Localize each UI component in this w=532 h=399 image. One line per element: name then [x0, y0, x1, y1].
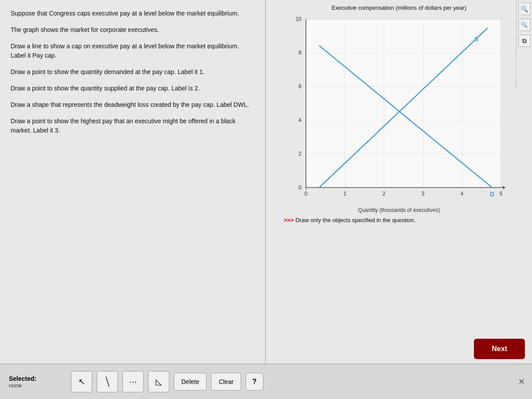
- instruction-4: Draw a shape that represents the deadwei…: [11, 100, 254, 110]
- help-button[interactable]: ?: [246, 373, 263, 391]
- svg-text:4: 4: [298, 117, 301, 123]
- svg-text:10: 10: [296, 16, 302, 22]
- instruction-text: Draw only the objects specified in the q…: [295, 217, 415, 223]
- svg-text:0: 0: [298, 184, 301, 191]
- line-icon: ╱: [102, 376, 112, 387]
- intro-text: Suppose that Congress caps executive pay…: [11, 9, 254, 18]
- svg-text:0: 0: [305, 191, 308, 197]
- sidebar-icons: 🔍 🔍 ⧉: [516, 0, 532, 89]
- svg-text:6: 6: [298, 83, 301, 90]
- clear-button[interactable]: Clear: [211, 373, 241, 391]
- next-button[interactable]: Next: [474, 339, 525, 359]
- graph-instruction: >>> Draw only the objects specified in t…: [284, 217, 514, 223]
- selected-value-display: none: [9, 382, 62, 389]
- svg-rect-0: [306, 19, 501, 188]
- delete-button[interactable]: Delete: [174, 373, 207, 391]
- svg-text:4: 4: [461, 191, 464, 197]
- shape-icon: ◺: [156, 377, 162, 387]
- point-tool-button[interactable]: ⋯: [122, 371, 144, 392]
- shape-tool-button[interactable]: ◺: [148, 371, 169, 392]
- select-icon: ↖: [78, 377, 85, 387]
- right-panel: Executive compensation (millions of doll…: [266, 0, 532, 364]
- instruction-5: Draw a point to show the highest pay tha…: [11, 117, 254, 135]
- selected-title-label: Selected:: [9, 375, 62, 382]
- line-tool-button[interactable]: ╱: [97, 371, 118, 392]
- svg-text:5: 5: [500, 191, 503, 197]
- svg-text:2: 2: [383, 191, 386, 197]
- svg-text:1: 1: [344, 191, 347, 197]
- svg-marker-31: [503, 186, 505, 189]
- close-button[interactable]: ✕: [518, 377, 525, 387]
- graph-title: Executive compensation (millions of doll…: [332, 4, 466, 11]
- left-panel: Suppose that Congress caps executive pay…: [0, 0, 266, 364]
- graph-area[interactable]: 0 1 2 3 4 5 0 2 4 6 8 10 S: [284, 15, 514, 210]
- instruction-2: Draw a point to show the quantity demand…: [11, 67, 254, 77]
- instruction-1: Draw a line to show a cap on executive p…: [11, 42, 254, 60]
- graph-desc-text: The graph shows the market for corporate…: [11, 25, 254, 35]
- zoom-in-button[interactable]: 🔍: [518, 3, 531, 15]
- instruction-arrows: >>>: [284, 217, 294, 223]
- selected-info: Selected: none: [9, 375, 62, 389]
- external-link-button[interactable]: ⧉: [518, 35, 531, 47]
- svg-text:D: D: [490, 191, 494, 198]
- svg-text:S: S: [474, 35, 478, 43]
- select-tool-button[interactable]: ↖: [71, 371, 92, 392]
- svg-text:8: 8: [298, 50, 301, 56]
- svg-text:2: 2: [298, 151, 301, 157]
- svg-text:3: 3: [422, 191, 425, 197]
- toolbar: Selected: none ↖ ╱ ⋯ ◺ Delete Clear ? ✕: [0, 364, 532, 399]
- point-icon: ⋯: [129, 377, 137, 387]
- instruction-3: Draw a point to show the quantity suppli…: [11, 84, 254, 93]
- zoom-out-button[interactable]: 🔍: [518, 19, 531, 31]
